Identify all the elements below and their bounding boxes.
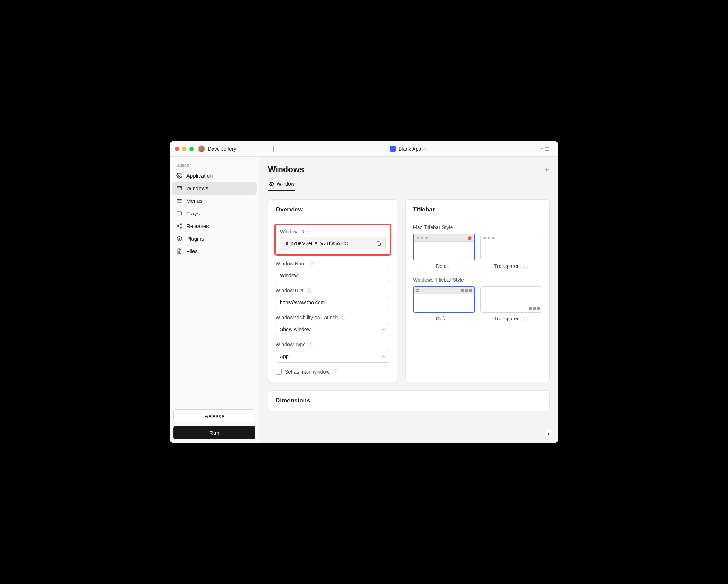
help-icon[interactable]: ? <box>340 315 345 320</box>
card-body: Mac Titlebar Style 🍎 Default <box>406 219 549 337</box>
checkbox[interactable] <box>276 369 282 375</box>
info-button[interactable]: i <box>544 429 553 438</box>
style-preview <box>480 286 542 313</box>
sidebar-footer: Release Run <box>170 406 259 443</box>
svg-rect-1 <box>177 187 182 190</box>
window-titlebar: Dave Jeffery Blank App <box>170 141 558 157</box>
dimensions-title: Dimensions <box>276 397 310 404</box>
window-name-label: Window Name <box>276 261 308 266</box>
menu-icon <box>176 198 182 204</box>
minimize-icon[interactable] <box>182 147 186 151</box>
run-button[interactable]: Run <box>173 426 255 439</box>
app-name: Blank App <box>399 146 421 152</box>
window-id-value: uCpx0KV2eUa1VZUw5AEiC <box>284 241 348 246</box>
titlebar-center: Blank App <box>264 141 553 156</box>
layers-icon <box>176 236 182 242</box>
sidebar-section: Builder Application Windows Menus Trays <box>170 157 259 406</box>
type-select[interactable]: App <box>276 350 390 363</box>
win-style-default[interactable]: Default <box>413 286 475 321</box>
window-icon <box>176 185 182 191</box>
app-icon <box>390 146 396 152</box>
traffic-lights[interactable] <box>175 147 194 151</box>
body: Builder Application Windows Menus Trays <box>170 157 558 443</box>
sidebar-section-label: Builder <box>172 160 257 169</box>
plus-icon[interactable] <box>544 167 550 173</box>
sidebar-item-application[interactable]: Application <box>172 169 257 182</box>
field-label: Window Type ? <box>276 342 390 347</box>
main-header: Windows Window <box>259 157 558 191</box>
window-url-input[interactable] <box>276 296 390 309</box>
help-icon[interactable]: ? <box>523 264 528 269</box>
panels: Overview Window ID ? uCpx0KV2eUa1VZUw5AE… <box>259 191 558 390</box>
card-body: Window ID ? uCpx0KV2eUa1VZUw5AEiC <box>268 219 397 382</box>
style-label: Default <box>436 316 452 321</box>
sidebar-item-label: Application <box>186 173 213 179</box>
field-label: Window ID ? <box>280 229 386 234</box>
type-label: Window Type <box>276 342 306 347</box>
help-icon[interactable]: ? <box>523 316 528 321</box>
gear-icon <box>176 173 182 179</box>
copy-icon[interactable] <box>376 241 381 246</box>
help-icon[interactable]: ? <box>310 261 315 266</box>
tray-icon <box>176 210 182 216</box>
type-field-group: Window Type ? App <box>276 342 390 363</box>
sidebar-item-releases[interactable]: Releases <box>172 220 257 232</box>
mac-titlebar-label: Mac Titlebar Style <box>413 224 542 230</box>
sidebar-item-menus[interactable]: Menus <box>172 195 257 207</box>
apple-icon: 🍎 <box>467 236 472 240</box>
close-icon[interactable] <box>175 147 179 151</box>
username: Dave Jeffery <box>208 146 236 152</box>
help-icon[interactable]: ? <box>306 229 311 234</box>
style-preview <box>413 286 475 313</box>
release-button[interactable]: Release <box>173 409 255 423</box>
style-preview <box>480 234 542 260</box>
svg-rect-2 <box>177 212 182 215</box>
view-options-icon[interactable] <box>541 147 549 151</box>
mac-style-default[interactable]: 🍎 Default <box>413 234 475 269</box>
sidebar-item-plugins[interactable]: Plugins <box>172 232 257 245</box>
visibility-field-group: Window Visibility on Launch ? Show windo… <box>276 315 390 336</box>
maximize-icon[interactable] <box>189 147 194 151</box>
eye-icon <box>269 181 274 187</box>
tab-window[interactable]: Window <box>268 181 295 191</box>
win-style-transparent[interactable]: Transparent? <box>480 286 542 321</box>
file-icon <box>176 248 182 254</box>
field-label: Window URL ? <box>276 288 390 293</box>
avatar[interactable] <box>198 145 205 152</box>
sidebar-item-files[interactable]: Files <box>172 245 257 257</box>
visibility-select[interactable]: Show window <box>276 323 390 336</box>
main-content: Windows Window Overview <box>259 157 558 443</box>
app-window: Dave Jeffery Blank App Builder Applicati… <box>170 141 558 443</box>
dimensions-card: Dimensions <box>268 390 550 411</box>
svg-point-6 <box>271 183 272 184</box>
style-label: Transparent <box>494 316 521 321</box>
window-name-input[interactable] <box>276 269 390 282</box>
sidebar-item-windows[interactable]: Windows <box>172 182 257 195</box>
help-icon[interactable]: ? <box>307 288 312 293</box>
device-icon[interactable] <box>269 146 274 152</box>
sidebar-item-label: Menus <box>186 198 203 204</box>
visibility-label: Window Visibility on Launch <box>276 315 338 320</box>
window-url-label: Window URL <box>276 288 305 293</box>
card-title: Overview <box>268 200 397 219</box>
mac-style-transparent[interactable]: Transparent? <box>480 234 542 269</box>
sidebar-item-trays[interactable]: Trays <box>172 207 257 220</box>
svg-rect-7 <box>378 243 381 245</box>
main-window-checkbox-row[interactable]: Set as main window ? <box>276 369 390 375</box>
svg-point-5 <box>180 227 182 229</box>
win-style-row: Default Transparent? <box>413 286 542 321</box>
sidebar-item-label: Files <box>186 248 198 254</box>
window-id-label: Window ID <box>280 229 304 234</box>
svg-point-0 <box>178 175 180 176</box>
window-id-highlight: Window ID ? uCpx0KV2eUa1VZUw5AEiC <box>274 224 391 256</box>
field-label: Window Name ? <box>276 261 390 266</box>
overview-card: Overview Window ID ? uCpx0KV2eUa1VZUw5AE… <box>268 199 397 382</box>
chevron-down-icon[interactable] <box>424 147 428 151</box>
card-title: Titlebar <box>406 200 549 219</box>
svg-point-3 <box>180 224 182 225</box>
sidebar-item-label: Releases <box>186 223 209 229</box>
sidebar-item-label: Windows <box>186 185 208 191</box>
style-preview: 🍎 <box>413 234 475 260</box>
help-icon[interactable]: ? <box>308 342 313 347</box>
help-icon[interactable]: ? <box>333 369 338 374</box>
